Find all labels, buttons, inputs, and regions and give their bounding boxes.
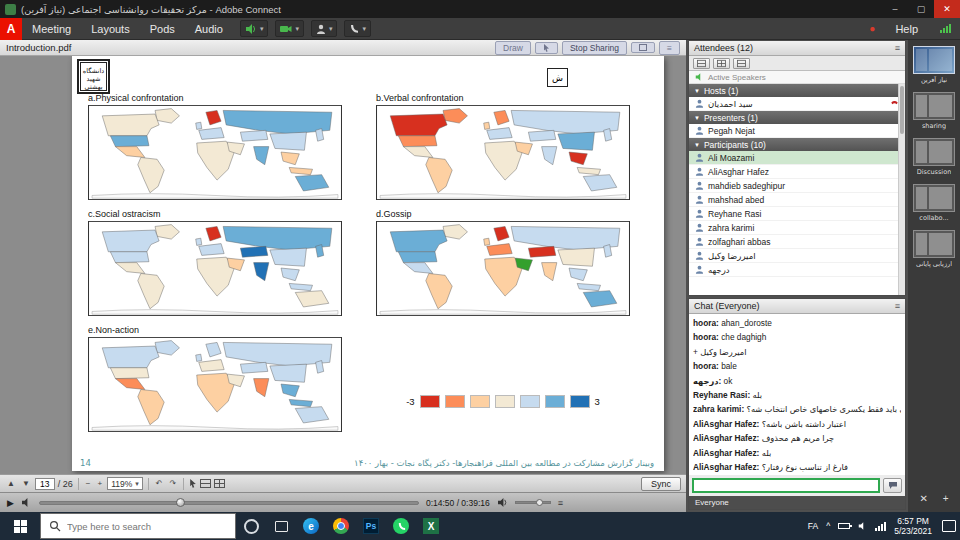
attendee-group-header[interactable]: ▼Presenters (1) [689,111,905,124]
add-layout-icon[interactable]: + [943,493,949,504]
layout-thumbnail[interactable] [913,184,955,212]
connection-status-icon[interactable] [940,24,951,33]
network-icon[interactable] [875,522,886,531]
attendee-row[interactable]: سید احمدیان [689,97,905,111]
layout-thumbnail[interactable] [913,92,955,120]
maximize-button[interactable]: ▢ [908,0,934,18]
person-icon [695,153,704,162]
attendee-status-button[interactable]: ▾ [311,20,338,37]
taskbar-search[interactable] [40,513,236,539]
pointer-tool-button[interactable] [535,42,558,54]
chat-tabbar: Everyone [689,496,905,509]
thumbnail-view-icon[interactable] [214,479,225,488]
zoom-in-button[interactable]: + [96,480,105,488]
mute-icon[interactable] [21,498,32,507]
attendee-row[interactable]: mahdieb sadeghipur [689,179,905,193]
menu-item[interactable]: Audio [185,18,233,39]
cursor-tool-icon[interactable] [189,479,197,488]
sync-button[interactable]: Sync [641,477,681,491]
layout-preset[interactable]: نیاز آفرین [913,46,955,84]
hidden-icons-button[interactable]: ^ [826,521,830,531]
zoom-out-button[interactable]: − [84,480,93,488]
attendee-row[interactable]: Reyhane Rasi [689,207,905,221]
map-label: b.Verbal confrontation [376,93,630,103]
stop-sharing-button[interactable]: Stop Sharing [562,41,627,55]
layout-preset[interactable]: collabo... [913,184,955,222]
volume-slider[interactable] [515,501,551,504]
speaker-button[interactable]: ▾ [240,20,269,37]
excel-icon[interactable]: X [418,513,444,539]
photoshop-icon[interactable]: Ps [358,513,384,539]
attendee-row[interactable]: Ali Moazami [689,151,905,165]
layout-preset[interactable]: Discussion [913,138,955,176]
attendee-group-header[interactable]: ▼Participants (10) [689,138,905,151]
menu-item-help[interactable]: Help [885,18,928,39]
fullscreen-button[interactable] [631,42,655,53]
layout-thumbnail[interactable] [913,46,955,74]
layout-preset[interactable]: ارزیابی پایانی [913,230,955,268]
redo-button[interactable]: ↷ [168,480,179,488]
whatsapp-icon[interactable] [388,513,414,539]
battery-icon[interactable] [838,523,850,529]
draw-button[interactable]: Draw [495,41,531,55]
layout-thumbnail[interactable] [913,138,955,166]
chat-tab-everyone[interactable]: Everyone [695,498,729,507]
chevron-down-icon[interactable]: ▾ [260,25,264,33]
tray-volume-icon[interactable] [858,522,867,530]
attendee-row[interactable]: mahshad abed [689,193,905,207]
chevron-down-icon[interactable]: ▾ [329,25,333,33]
page-up-button[interactable]: ▲ [5,480,17,488]
action-center-icon[interactable] [942,520,956,532]
menu-item[interactable]: Layouts [81,18,140,39]
playback-progress-slider[interactable] [39,501,419,505]
attendee-row[interactable]: Pegah Nejat [689,124,905,138]
menu-item[interactable]: Meeting [22,18,81,39]
chevron-down-icon[interactable]: ▾ [362,25,366,33]
language-indicator[interactable]: FA [808,521,818,531]
close-pod-icon[interactable]: ✕ [919,493,927,504]
person-icon [695,167,704,176]
chat-send-button[interactable] [883,478,902,493]
menu-item[interactable]: Pods [140,18,185,39]
page-down-button[interactable]: ▼ [20,480,32,488]
attendee-row[interactable]: درجهه [689,263,905,277]
attendees-menu-button[interactable]: ≡ [895,43,900,53]
close-button[interactable]: ✕ [934,0,960,18]
layout-preset[interactable]: sharing [913,92,955,130]
minimize-button[interactable]: – [882,0,908,18]
cortana-button[interactable] [238,513,264,539]
attendee-view-button-3[interactable] [733,58,750,69]
attendee-view-button-2[interactable] [713,58,730,69]
undo-button[interactable]: ↶ [154,480,165,488]
single-page-view-icon[interactable] [200,479,211,488]
chevron-down-icon[interactable]: ▾ [295,25,299,33]
task-view-button[interactable] [268,513,294,539]
attendee-row[interactable]: zolfaghari abbas [689,235,905,249]
webcam-button[interactable]: ▾ [275,20,304,37]
start-button[interactable] [0,512,40,540]
attendee-view-button-1[interactable] [693,58,710,69]
taskbar-clock[interactable]: 6:57 PM 5/23/2021 [894,516,932,536]
chat-input[interactable] [692,478,880,493]
attendee-row[interactable]: AliAsghar Hafez [689,165,905,179]
edge-icon[interactable]: e [298,513,324,539]
chat-text: فارغ از تناسب نوع رفتار؟ [762,462,848,472]
attendee-row[interactable]: امیررضا وکیل [689,249,905,263]
volume-knob[interactable] [536,499,543,506]
search-input[interactable] [67,521,227,532]
zoom-level-select[interactable]: 119% ▾ [107,477,143,490]
playback-menu-button[interactable]: ≡ [558,498,563,508]
volume-icon[interactable] [497,498,508,507]
pod-options-button[interactable]: ≡ [659,41,680,55]
playback-knob[interactable] [176,498,185,507]
page-number-input[interactable] [35,478,55,490]
chat-menu-button[interactable]: ≡ [895,301,900,311]
attendee-group-header[interactable]: ▼Hosts (1) [689,84,905,97]
attendees-scrollbar[interactable] [898,84,905,295]
layout-thumbnail[interactable] [913,230,955,258]
scrollbar-thumb[interactable] [900,86,904,134]
chrome-icon[interactable] [328,513,354,539]
play-button[interactable]: ▶ [7,498,14,508]
phone-button[interactable]: ▾ [344,20,371,37]
attendee-row[interactable]: zahra karimi [689,221,905,235]
